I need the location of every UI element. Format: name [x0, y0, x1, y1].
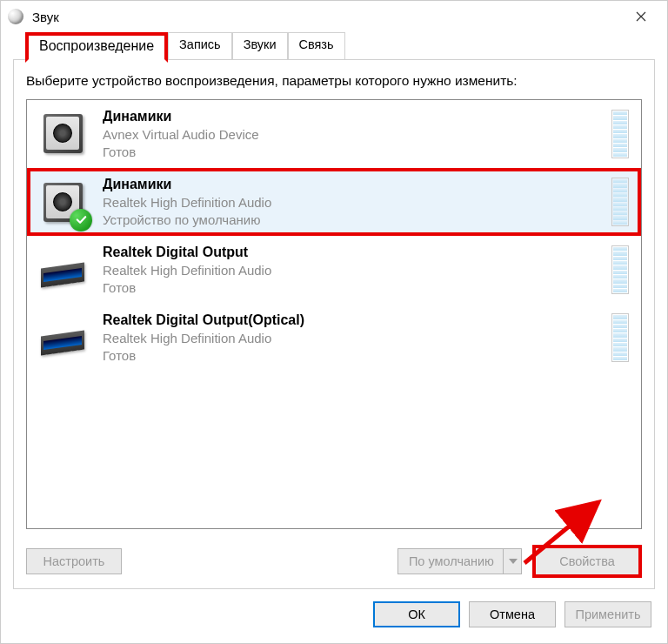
device-text: Динамики Realtek High Definition Audio У… [103, 175, 603, 229]
device-text: Realtek Digital Output(Optical) Realtek … [103, 311, 603, 365]
device-driver: Avnex Virtual Audio Device [103, 126, 603, 144]
set-default-button[interactable]: По умолчанию [397, 548, 522, 574]
dropdown-arrow-icon [503, 549, 518, 574]
speaker-icon [39, 178, 87, 226]
device-item[interactable]: Realtek Digital Output(Optical) Realtek … [27, 304, 641, 372]
sound-icon [8, 9, 23, 24]
close-button[interactable] [621, 3, 660, 30]
instruction-text: Выберите устройство воспроизведения, пар… [26, 72, 642, 91]
device-item[interactable]: Динамики Realtek High Definition Audio У… [27, 168, 641, 236]
device-name: Realtek Digital Output(Optical) [103, 311, 603, 330]
device-text: Realtek Digital Output Realtek High Defi… [103, 243, 603, 297]
device-driver: Realtek High Definition Audio [103, 194, 603, 211]
level-meter-icon [611, 110, 629, 158]
device-driver: Realtek High Definition Audio [103, 262, 603, 279]
tab-playback[interactable]: Воспроизведение [25, 32, 168, 63]
device-status: Готов [103, 347, 603, 365]
tab-communications[interactable]: Связь [288, 32, 345, 59]
level-meter-icon [611, 178, 629, 226]
ok-button[interactable]: ОК [373, 601, 460, 627]
default-check-icon [70, 209, 92, 231]
device-list[interactable]: Динамики Avnex Virtual Audio Device Гото… [26, 99, 642, 529]
device-status: Готов [103, 279, 603, 297]
titlebar: Звук [1, 1, 667, 32]
set-default-label: По умолчанию [409, 554, 494, 568]
device-status: Готов [103, 144, 603, 161]
properties-button[interactable]: Свойства [536, 548, 638, 574]
cancel-button[interactable]: Отмена [469, 601, 556, 627]
device-text: Динамики Avnex Virtual Audio Device Гото… [103, 107, 603, 161]
tab-recording[interactable]: Запись [168, 32, 232, 59]
window-title: Звук [32, 10, 621, 24]
tab-content: Выберите устройство воспроизведения, пар… [13, 60, 655, 589]
tab-sounds[interactable]: Звуки [232, 32, 288, 59]
tab-strip: Воспроизведение Запись Звуки Связь [13, 32, 655, 60]
device-name: Динамики [103, 107, 603, 126]
speaker-icon [39, 110, 87, 158]
sound-dialog: Звук Воспроизведение Запись Звуки Связь … [0, 0, 668, 644]
configure-button[interactable]: Настроить [26, 548, 122, 574]
apply-button[interactable]: Применить [564, 601, 651, 627]
device-driver: Realtek High Definition Audio [103, 330, 603, 347]
device-name: Realtek Digital Output [103, 243, 603, 262]
device-name: Динамики [103, 175, 603, 194]
device-item[interactable]: Динамики Avnex Virtual Audio Device Гото… [27, 100, 641, 168]
level-meter-icon [611, 313, 629, 362]
device-item[interactable]: Realtek Digital Output Realtek High Defi… [27, 236, 641, 304]
lower-button-row: Настроить По умолчанию Свойства [26, 545, 642, 578]
digital-output-icon [39, 314, 87, 362]
close-icon [636, 11, 646, 22]
level-meter-icon [611, 245, 629, 294]
digital-output-icon [39, 246, 87, 294]
dialog-button-row: ОК Отмена Применить [1, 589, 667, 643]
device-status: Устройство по умолчанию [103, 211, 603, 229]
